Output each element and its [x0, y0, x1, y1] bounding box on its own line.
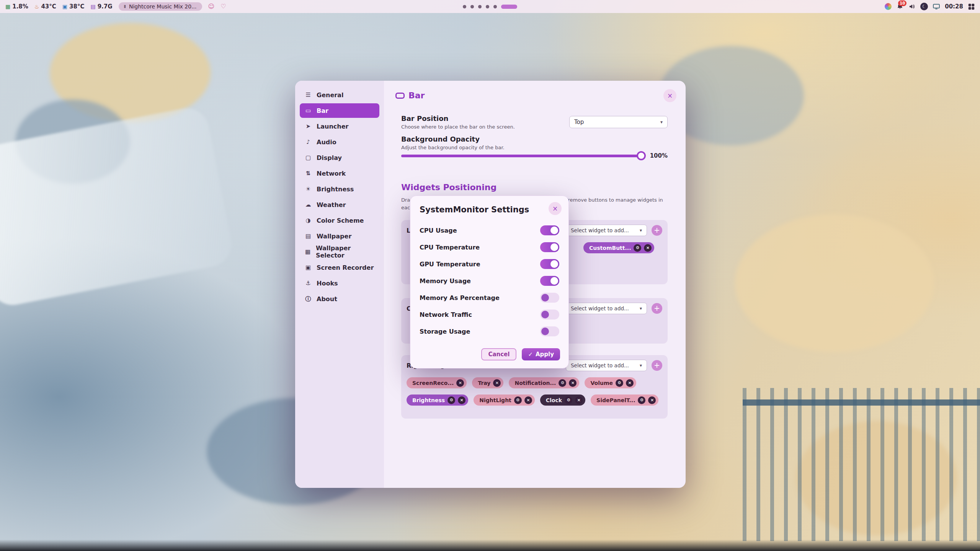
widget-remove-icon[interactable]: ×: [575, 396, 583, 404]
sliders-icon: ☰: [304, 91, 312, 98]
bar-position-dropdown[interactable]: Top ▾: [569, 116, 668, 128]
workspace-dot[interactable]: [486, 5, 489, 8]
sidebar-item-weather[interactable]: ☁ Weather: [300, 197, 379, 212]
sidebar-item-brightness[interactable]: ☀ Brightness: [300, 182, 379, 196]
widget-chip-volume[interactable]: Volume ⚙ ×: [585, 377, 636, 388]
cancel-button[interactable]: Cancel: [481, 348, 516, 360]
workspace-dot[interactable]: [470, 5, 474, 8]
widget-remove-icon[interactable]: ×: [524, 396, 532, 404]
emoji-icon[interactable]: ☺: [208, 3, 215, 10]
widget-settings-gear-icon[interactable]: ⚙: [448, 396, 455, 404]
modal-close-button[interactable]: ×: [549, 202, 562, 215]
center-widgets-add-dropdown[interactable]: Select widget to add... ▾: [566, 303, 647, 314]
sidebar-item-network[interactable]: ⇅ Network: [300, 166, 379, 181]
gpu-temp-stat[interactable]: ▣ 38°C: [62, 3, 85, 10]
sidebar-item-bar[interactable]: ▭ Bar: [300, 103, 379, 118]
cpu-temp-value: 43°C: [41, 3, 56, 10]
widget-settings-gear-icon[interactable]: ⚙: [514, 396, 522, 404]
add-widget-button[interactable]: +: [652, 360, 662, 371]
widget-settings-gear-icon[interactable]: ⚙: [565, 396, 572, 404]
wallpaper-ground: [0, 540, 980, 551]
widget-remove-icon[interactable]: ×: [648, 396, 656, 404]
widget-settings-gear-icon[interactable]: ⚙: [634, 244, 641, 252]
toggle-row-memory-as-percentage: Memory As Percentage: [420, 289, 559, 306]
widget-remove-icon[interactable]: ×: [626, 379, 634, 387]
widget-remove-icon[interactable]: ×: [644, 244, 652, 252]
sidebar-item-wallpaper-selector[interactable]: ▦ Wallpaper Selector: [300, 245, 379, 259]
switch-knob: [550, 227, 558, 234]
toggle-cpu-temperature[interactable]: [540, 242, 559, 252]
page-title-text: Bar: [408, 91, 425, 100]
widget-chip-notifications[interactable]: Notification... ⚙ ×: [509, 377, 579, 388]
widget-chip-sidepanel[interactable]: SidePanelT... ⚙ ×: [591, 395, 658, 406]
pause-icon: Ⅱ: [124, 4, 126, 9]
widgets-positioning-title: Widgets Positioning: [401, 183, 497, 192]
widget-remove-icon[interactable]: ×: [458, 396, 466, 404]
toggle-label: GPU Temperature: [420, 261, 480, 268]
chevron-down-icon: ▾: [640, 306, 642, 311]
modal-buttons: Cancel ✓ Apply: [481, 348, 560, 360]
add-widget-button[interactable]: +: [652, 303, 662, 314]
toggle-memory-as-percentage[interactable]: [540, 293, 559, 303]
sidebar-item-audio[interactable]: ♪ Audio: [300, 135, 379, 149]
toggle-memory-usage[interactable]: [540, 276, 559, 286]
cpu-temp-stat[interactable]: ♨ 43°C: [34, 3, 56, 10]
workspace-indicator[interactable]: [463, 0, 517, 13]
media-player-widget[interactable]: Ⅱ Nightcore Music Mix 20...: [119, 2, 202, 11]
sidebar-item-label: Bar: [317, 107, 328, 114]
workspace-active-pill[interactable]: [501, 5, 517, 9]
right-widgets-add-dropdown[interactable]: Select widget to add... ▾: [566, 360, 647, 371]
volume-icon[interactable]: [908, 3, 915, 10]
sidebar-item-label: Network: [317, 170, 346, 177]
widget-chip-tray[interactable]: Tray ×: [472, 377, 503, 388]
cpu-usage-stat[interactable]: ▦ 1.8%: [5, 3, 28, 10]
sidebar-item-color-scheme[interactable]: ◑ Color Scheme: [300, 213, 379, 228]
toggle-network-traffic[interactable]: [540, 310, 559, 320]
widget-chip-custombutton[interactable]: CustomButt... ⚙ ×: [583, 242, 654, 253]
widget-settings-gear-icon[interactable]: ⚙: [559, 379, 566, 387]
sidebar-item-about[interactable]: ⓘ About: [300, 292, 379, 306]
sidebar-item-general[interactable]: ☰ General: [300, 88, 379, 102]
notifications-button[interactable]: 10: [897, 3, 903, 10]
app-grid-icon[interactable]: [968, 3, 975, 10]
left-widgets-add-dropdown[interactable]: Select widget to add... ▾: [566, 225, 647, 236]
sidebar-item-display[interactable]: ▢ Display: [300, 150, 379, 165]
bar-icon: [395, 93, 405, 99]
sidebar-item-launcher[interactable]: ➤ Launcher: [300, 119, 379, 134]
color-picker-icon[interactable]: [885, 3, 892, 10]
wallpaper-blob: [735, 214, 934, 352]
toggle-cpu-usage[interactable]: [540, 225, 559, 235]
close-button[interactable]: ×: [663, 89, 676, 102]
close-icon: ×: [552, 205, 558, 212]
sidebar-item-wallpaper[interactable]: ▤ Wallpaper: [300, 229, 379, 243]
widget-remove-icon[interactable]: ×: [569, 379, 577, 387]
toggle-gpu-temperature[interactable]: [540, 259, 559, 269]
wallpaper-railing: [743, 388, 980, 541]
widget-settings-gear-icon[interactable]: ⚙: [638, 396, 645, 404]
widget-remove-icon[interactable]: ×: [456, 379, 464, 387]
background-opacity-slider[interactable]: [401, 155, 645, 157]
screen-record-icon[interactable]: [933, 4, 940, 10]
workspace-dot[interactable]: [463, 5, 466, 8]
widget-chip-brightness[interactable]: Brightness ⚙ ×: [407, 395, 468, 406]
toggle-storage-usage[interactable]: [540, 326, 559, 336]
ram-stat[interactable]: ▤ 9.7G: [90, 3, 112, 10]
slider-knob[interactable]: [637, 151, 646, 160]
night-light-toggle[interactable]: ☾: [920, 3, 928, 10]
background-opacity-labels: Background Opacity Adjust the background…: [401, 135, 505, 150]
workspace-dot[interactable]: [493, 5, 497, 8]
widget-chip-clock[interactable]: Clock ⚙ ×: [540, 395, 585, 406]
sidebar-item-screen-recorder[interactable]: ▣ Screen Recorder: [300, 260, 379, 275]
info-icon: ⓘ: [304, 295, 312, 303]
apply-button[interactable]: ✓ Apply: [522, 348, 560, 360]
heart-icon[interactable]: ♡: [220, 3, 226, 10]
widget-chip-screenrecorder[interactable]: ScreenReco... ×: [407, 377, 467, 388]
widget-settings-gear-icon[interactable]: ⚙: [616, 379, 623, 387]
top-bar: ▦ 1.8% ♨ 43°C ▣ 38°C ▤ 9.7G Ⅱ Nightcore …: [0, 0, 980, 13]
widget-chip-nightlight[interactable]: NightLight ⚙ ×: [474, 395, 535, 406]
widget-remove-icon[interactable]: ×: [493, 379, 501, 387]
workspace-dot[interactable]: [478, 5, 482, 8]
add-widget-button[interactable]: +: [652, 225, 662, 236]
sidebar-item-hooks[interactable]: ⚓ Hooks: [300, 276, 379, 290]
clock[interactable]: 00:28: [945, 3, 963, 10]
